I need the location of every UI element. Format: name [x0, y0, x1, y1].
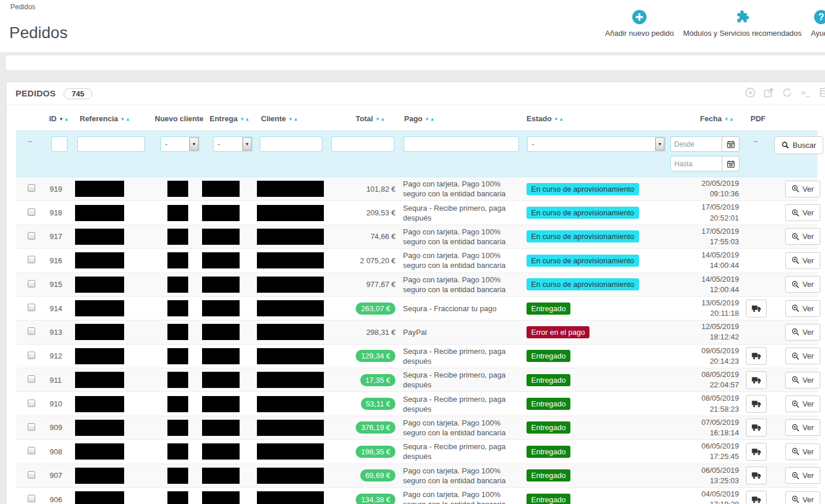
search-button[interactable]: Buscar — [774, 136, 823, 154]
help-label: Ayuda — [811, 29, 825, 38]
row-checkbox[interactable] — [28, 327, 35, 335]
row-checkbox[interactable] — [28, 232, 35, 240]
row-checkbox[interactable] — [28, 423, 35, 431]
column-header-id[interactable]: ID▼▲ — [37, 105, 69, 131]
row-checkbox[interactable] — [28, 495, 35, 502]
view-order-button[interactable]: Ver — [785, 491, 820, 504]
delivery-slip-button[interactable] — [746, 443, 767, 461]
view-order-button[interactable]: Ver — [785, 395, 820, 412]
row-checkbox[interactable] — [28, 375, 35, 383]
zoom-in-icon — [792, 376, 800, 384]
payment-method: Pago con tarjeta. Pago 100% seguro con l… — [403, 251, 506, 270]
delivery-slip-button[interactable] — [746, 491, 767, 504]
view-order-label: Ver — [802, 304, 814, 313]
order-time: 12:00:44 — [661, 285, 739, 295]
customer-redacted — [257, 491, 324, 504]
sort-desc-icon[interactable]: ▼ — [59, 117, 64, 122]
view-order-button[interactable]: Ver — [785, 348, 820, 364]
order-date: 17/05/2019 — [661, 226, 739, 237]
view-order-label: Ver — [802, 328, 814, 337]
sort-asc-icon[interactable]: ▲ — [380, 117, 386, 122]
column-header-customer[interactable]: Cliente▼▲ — [245, 105, 326, 131]
sort-desc-icon[interactable]: ▼ — [425, 117, 430, 122]
column-header-total[interactable]: Total▼▲ — [326, 105, 398, 131]
column-header-status[interactable]: Estado▼▲ — [517, 105, 661, 131]
payment-method: Sequra - Recibe primero, paga después — [403, 371, 506, 389]
calendar-icon[interactable] — [722, 156, 740, 171]
row-checkbox[interactable] — [28, 304, 35, 311]
filter-date-to-input[interactable] — [670, 156, 722, 171]
new-client-redacted — [167, 181, 188, 197]
view-order-button[interactable]: Ver — [785, 419, 820, 436]
delivery-slip-button[interactable] — [746, 466, 767, 484]
sort-asc-icon[interactable]: ▲ — [559, 117, 564, 122]
sort-asc-icon[interactable]: ▲ — [245, 117, 250, 122]
sql-manager-icon[interactable] — [819, 87, 825, 98]
order-row: 906 134,38 € Pago con tarjeta. Pago 100%… — [16, 487, 817, 504]
order-time: 20:11:18 — [661, 308, 739, 319]
row-checkbox[interactable] — [28, 400, 35, 407]
order-time: 20:52:01 — [661, 213, 739, 223]
zoom-in-icon — [792, 281, 800, 289]
filter-reference-input[interactable] — [77, 136, 145, 152]
view-order-button[interactable]: Ver — [785, 252, 820, 269]
filter-id-input[interactable] — [51, 136, 68, 152]
row-checkbox[interactable] — [28, 280, 35, 288]
sort-asc-icon[interactable]: ▲ — [729, 117, 734, 122]
breadcrumb[interactable]: Pedidos — [10, 3, 35, 11]
zoom-in-icon — [792, 352, 800, 360]
sort-desc-icon[interactable]: ▼ — [240, 117, 245, 122]
view-order-button[interactable]: Ver — [785, 467, 820, 484]
row-checkbox[interactable] — [28, 208, 35, 216]
view-order-button[interactable]: Ver — [785, 181, 820, 197]
column-header-payment[interactable]: Pago▼▲ — [398, 105, 517, 131]
column-header-actions — [768, 105, 817, 131]
refresh-icon[interactable] — [782, 87, 793, 98]
order-id: 909 — [50, 423, 62, 432]
sort-asc-icon[interactable]: ▲ — [64, 117, 69, 122]
row-checkbox[interactable] — [28, 184, 35, 192]
row-checkbox[interactable] — [28, 447, 35, 454]
filter-date-from-input[interactable] — [670, 136, 722, 152]
view-order-button[interactable]: Ver — [785, 372, 820, 389]
sort-asc-icon[interactable]: ▲ — [430, 117, 435, 122]
filter-payment-input[interactable] — [404, 136, 519, 152]
delivery-slip-button[interactable] — [746, 395, 767, 413]
order-date: 04/05/2019 — [661, 489, 739, 499]
view-order-button[interactable]: Ver — [785, 443, 820, 460]
export-icon[interactable] — [763, 87, 774, 98]
column-header-date[interactable]: Fecha▼▲ — [661, 105, 739, 131]
sort-desc-icon[interactable]: ▼ — [288, 117, 293, 122]
filter-status-select[interactable]: -▼ — [527, 136, 666, 152]
add-icon[interactable] — [745, 87, 756, 98]
view-order-button[interactable]: Ver — [785, 228, 820, 245]
delivery-slip-button[interactable] — [746, 347, 767, 365]
delivery-redacted — [202, 468, 240, 484]
view-order-button[interactable]: Ver — [785, 324, 820, 341]
column-header-reference[interactable]: Referencia▼▲ — [69, 105, 139, 131]
sort-desc-icon[interactable]: ▼ — [554, 117, 559, 122]
filter-customer-input[interactable] — [260, 136, 322, 152]
view-order-button[interactable]: Ver — [785, 276, 820, 293]
sort-asc-icon[interactable]: ▲ — [125, 117, 130, 122]
sort-desc-icon[interactable]: ▼ — [375, 117, 380, 122]
view-order-button[interactable]: Ver — [785, 300, 820, 317]
sort-desc-icon[interactable]: ▼ — [724, 117, 729, 122]
add-new-order-button[interactable]: Añadir nuevo pedido — [605, 9, 674, 38]
order-row: 915 977,67 € Pago con tarjeta. Pago 100%… — [16, 272, 817, 296]
delivery-slip-button[interactable] — [746, 300, 767, 318]
view-order-button[interactable]: Ver — [785, 204, 820, 221]
row-checkbox[interactable] — [28, 256, 35, 263]
delivery-slip-button[interactable] — [746, 419, 767, 436]
calendar-icon[interactable] — [722, 136, 740, 152]
delivery-slip-button[interactable] — [746, 371, 767, 389]
order-row: 909 376,19 € Pago con tarjeta. Pago 100%… — [16, 416, 817, 439]
sort-asc-icon[interactable]: ▲ — [293, 117, 298, 122]
recommended-modules-button[interactable]: Módulos y Servicios recomendados — [683, 9, 801, 38]
help-button[interactable]: ? Ayuda — [811, 9, 825, 38]
customer-redacted — [257, 205, 324, 221]
row-checkbox[interactable] — [28, 471, 35, 479]
terminal-icon[interactable]: >_ — [800, 87, 811, 98]
row-checkbox[interactable] — [28, 352, 35, 359]
filter-total-input[interactable] — [331, 136, 394, 152]
